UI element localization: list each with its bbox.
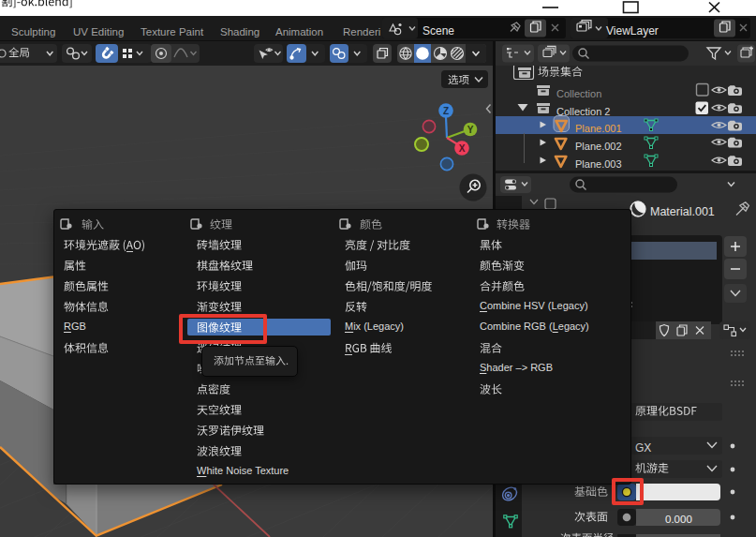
svg-text:Y: Y (467, 125, 474, 135)
svg-text:X: X (459, 143, 466, 154)
svg-text:Z: Z (443, 106, 449, 116)
